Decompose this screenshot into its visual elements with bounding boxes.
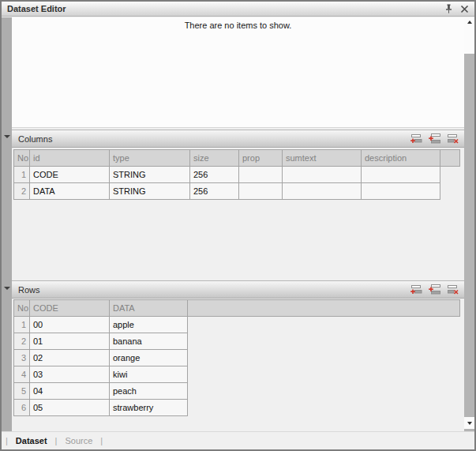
column-header: DATA <box>110 300 188 317</box>
column-header: id <box>30 150 110 167</box>
data-cell[interactable]: STRING <box>110 167 190 183</box>
add-row-icon[interactable] <box>410 284 422 295</box>
table-row: 504peach <box>14 383 460 400</box>
data-cell[interactable] <box>239 183 283 200</box>
data-cell[interactable]: 03 <box>30 366 110 383</box>
column-header: CODE <box>30 300 110 317</box>
row-number-cell: 1 <box>14 317 30 333</box>
rows-toolbar <box>410 284 464 295</box>
column-header: No <box>14 300 30 317</box>
columns-section-header: Columns <box>12 130 464 148</box>
tab-separator: | <box>55 436 58 445</box>
data-cell[interactable]: orange <box>110 350 188 366</box>
row-number-cell: 4 <box>14 366 30 383</box>
insert-row-icon[interactable] <box>429 284 440 295</box>
rows-grid-header-row: No CODE DATA <box>14 300 460 317</box>
column-header-filler <box>188 300 460 317</box>
data-cell[interactable]: 256 <box>190 183 239 200</box>
titlebar-buttons <box>444 4 474 14</box>
table-row: 201banana <box>14 333 460 350</box>
data-cell[interactable]: strawberry <box>110 400 188 416</box>
data-cell[interactable] <box>283 167 362 183</box>
columns-toolbar <box>410 133 464 144</box>
data-cell[interactable]: 00 <box>30 317 110 333</box>
data-cell[interactable] <box>362 183 440 200</box>
data-cell[interactable]: peach <box>110 383 188 400</box>
rows-grid: No CODE DATA 100apple201banana302orange4… <box>13 299 460 416</box>
column-header: description <box>362 150 440 167</box>
tab-source[interactable]: Source <box>65 436 92 445</box>
tab-dataset[interactable]: Dataset <box>16 436 47 445</box>
table-row: 1CODESTRING256 <box>14 167 460 183</box>
left-gutter <box>2 17 12 431</box>
pin-icon[interactable] <box>444 4 454 14</box>
data-cell[interactable]: 05 <box>30 400 110 416</box>
column-header: size <box>190 150 239 167</box>
data-cell[interactable]: STRING <box>110 183 190 200</box>
add-row-icon[interactable] <box>410 133 422 144</box>
delete-row-icon[interactable] <box>447 284 459 295</box>
scrollbar-up-icon[interactable] <box>464 17 474 27</box>
data-cell[interactable] <box>283 183 362 200</box>
tabbar: | Dataset | Source | <box>2 431 474 449</box>
content-area: There are no items to show. Columns <box>2 17 474 431</box>
vertical-scrollbar[interactable] <box>464 17 474 431</box>
data-cell[interactable]: apple <box>110 317 188 333</box>
data-cell[interactable]: DATA <box>30 183 110 200</box>
row-number-cell: 2 <box>14 333 30 350</box>
table-row: 302orange <box>14 350 460 366</box>
data-cell[interactable] <box>239 167 283 183</box>
window-title: Dataset Editor <box>2 4 444 13</box>
data-cell[interactable]: 01 <box>30 333 110 350</box>
table-row: 2DATASTRING256 <box>14 183 460 200</box>
row-number-cell: 2 <box>14 183 30 200</box>
row-number-cell: 1 <box>14 167 30 183</box>
column-header: type <box>110 150 190 167</box>
collapse-columns-chevron-down-icon[interactable] <box>4 133 10 140</box>
collapse-rows-chevron-down-icon[interactable] <box>4 285 10 291</box>
columns-section-title: Columns <box>12 134 410 144</box>
row-number-cell: 3 <box>14 350 30 366</box>
items-empty-panel: There are no items to show. <box>12 17 464 128</box>
table-row: 403kiwi <box>14 366 460 383</box>
dataset-editor-window: Dataset Editor <box>0 0 476 451</box>
data-cell[interactable]: 02 <box>30 350 110 366</box>
tab-separator: | <box>100 436 103 445</box>
close-icon[interactable] <box>459 4 470 14</box>
scrollbar-thumb[interactable] <box>464 27 474 54</box>
data-cell[interactable]: banana <box>110 333 188 350</box>
row-number-cell: 6 <box>14 400 30 416</box>
empty-message: There are no items to show. <box>185 21 292 30</box>
column-header: sumtext <box>283 150 362 167</box>
rows-section-title: Rows <box>12 285 410 295</box>
column-header: prop <box>239 150 283 167</box>
insert-row-icon[interactable] <box>429 133 440 144</box>
columns-grid-header-row: No id type size prop sumtext description <box>14 150 460 167</box>
column-header: No <box>14 150 30 167</box>
data-cell[interactable]: CODE <box>30 167 110 183</box>
data-cell[interactable]: 04 <box>30 383 110 400</box>
columns-grid: No id type size prop sumtext description… <box>13 149 460 200</box>
main-panel: There are no items to show. Columns <box>12 17 464 431</box>
table-row: 605strawberry <box>14 400 460 416</box>
rows-section-header: Rows <box>12 280 464 299</box>
scrollbar-down-icon[interactable] <box>464 417 474 429</box>
titlebar: Dataset Editor <box>2 2 474 17</box>
column-header-filler <box>440 150 460 167</box>
delete-row-icon[interactable] <box>447 133 459 144</box>
table-row: 100apple <box>14 317 460 333</box>
row-number-cell: 5 <box>14 383 30 400</box>
tab-separator: | <box>6 436 8 445</box>
data-cell[interactable]: kiwi <box>110 366 188 383</box>
data-cell[interactable]: 256 <box>190 167 239 183</box>
data-cell[interactable] <box>362 167 440 183</box>
